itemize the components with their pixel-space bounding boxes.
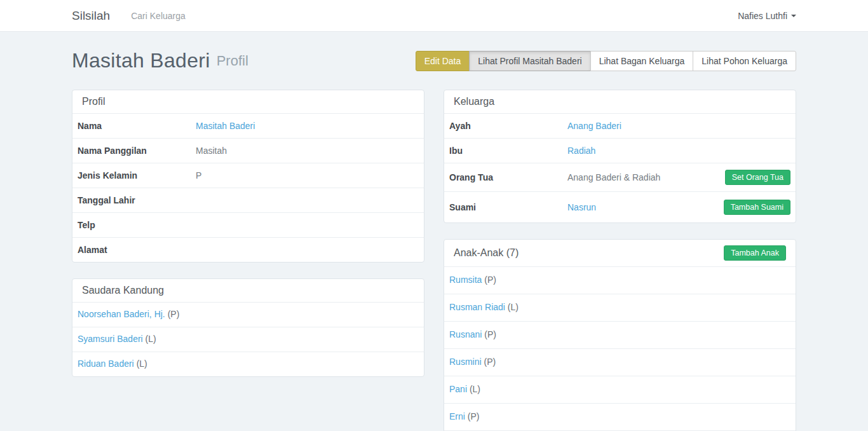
list-item: Noorsehan Baderi, Hj. (P) [72, 302, 424, 327]
keluarga-panel: Keluarga Ayah Anang Baderi Ibu Radiah Or… [444, 90, 796, 223]
child-link[interactable]: Rusmini [449, 357, 482, 367]
table-row: Telp [72, 212, 424, 237]
child-link[interactable]: Rusman Riadi [449, 302, 505, 312]
gender-label: (L) [137, 359, 147, 369]
row-label: Orang Tua [449, 172, 567, 182]
list-item: Erni (P) [444, 403, 796, 430]
table-row: Ayah Anang Baderi [444, 113, 796, 138]
lihat-bagan-button[interactable]: Lihat Bagan Keluarga [590, 51, 694, 71]
anak-anak-panel: Anak-Anak (7) Tambah Anak Rumsita (P) Ru… [444, 239, 796, 431]
gender-label: (P) [468, 411, 480, 421]
keluarga-panel-title: Keluarga [444, 90, 796, 113]
profil-panel: Profil Nama Masitah Baderi Nama Panggila… [72, 90, 424, 263]
child-link[interactable]: Rumsita [449, 275, 482, 285]
row-label: Suami [449, 202, 567, 212]
table-row: Orang Tua Anang Baderi & Radiah Set Oran… [444, 163, 796, 191]
gender-label: (P) [484, 275, 496, 285]
user-name: Nafies Luthfi [738, 11, 787, 21]
ibu-link[interactable]: Radiah [567, 146, 595, 156]
page-header: Masitah Baderi Profil Edit Data Lihat Pr… [72, 49, 796, 72]
sibling-link[interactable]: Riduan Baderi [78, 359, 134, 369]
gender-label: (P) [484, 357, 496, 367]
table-row: Suami Nasrun Tambah Suami [444, 191, 796, 222]
nama-link[interactable]: Masitah Baderi [196, 121, 255, 131]
gender-label: (L) [470, 384, 480, 394]
profile-action-group: Edit Data Lihat Profil Masitah Baderi Li… [416, 51, 796, 71]
list-item: Riduan Baderi (L) [72, 352, 424, 376]
nav-cari-keluarga[interactable]: Cari Keluarga [131, 11, 186, 21]
list-item: Rusnani (P) [444, 321, 796, 348]
user-dropdown[interactable]: Nafies Luthfi [738, 11, 796, 21]
row-value: Masitah [196, 146, 419, 156]
gender-label: (L) [508, 302, 519, 312]
suami-link[interactable]: Nasrun [567, 202, 596, 212]
profil-panel-title: Profil [72, 90, 424, 113]
list-item: Rusmini (P) [444, 348, 796, 376]
child-link[interactable]: Pani [449, 384, 467, 394]
gender-label: (P) [168, 309, 180, 319]
child-link[interactable]: Erni [449, 411, 465, 421]
table-row: Tanggal Lahir [72, 188, 424, 212]
row-label: Ayah [449, 121, 567, 131]
row-value: Anang Baderi & Radiah [567, 172, 719, 182]
sibling-link[interactable]: Syamsuri Baderi [78, 334, 143, 344]
child-link[interactable]: Rusnani [449, 329, 482, 339]
set-orang-tua-button[interactable]: Set Orang Tua [725, 170, 790, 185]
row-value: P [196, 170, 419, 181]
brand-silsilah[interactable]: Silsilah [72, 9, 110, 23]
tambah-anak-button[interactable]: Tambah Anak [724, 245, 786, 261]
row-label: Jenis Kelamin [78, 170, 196, 181]
top-navbar: Silsilah Cari Keluarga Nafies Luthfi [0, 0, 868, 32]
row-label: Nama [78, 121, 196, 131]
page-subtitle: Profil [217, 53, 248, 69]
saudara-kandung-panel: Saudara Kandung Noorsehan Baderi, Hj. (P… [72, 278, 424, 377]
table-row: Jenis Kelamin P [72, 163, 424, 188]
table-row: Nama Masitah Baderi [72, 113, 424, 138]
tambah-suami-button[interactable]: Tambah Suami [724, 200, 790, 215]
gender-label: (P) [484, 329, 496, 339]
row-label: Alamat [78, 245, 196, 255]
row-label: Telp [78, 220, 196, 230]
row-label: Ibu [449, 146, 567, 156]
list-item: Rumsita (P) [444, 266, 796, 294]
sibling-link[interactable]: Noorsehan Baderi, Hj. [78, 309, 165, 319]
gender-label: (L) [146, 334, 156, 344]
lihat-profil-button[interactable]: Lihat Profil Masitah Baderi [469, 51, 590, 71]
page-title: Masitah Baderi [72, 49, 210, 72]
list-item: Syamsuri Baderi (L) [72, 327, 424, 352]
table-row: Alamat [72, 237, 424, 262]
table-row: Ibu Radiah [444, 138, 796, 163]
ayah-link[interactable]: Anang Baderi [567, 121, 621, 131]
chevron-down-icon [791, 15, 796, 17]
row-label: Nama Panggilan [78, 146, 196, 156]
list-item: Pani (L) [444, 376, 796, 403]
anak-panel-title: Anak-Anak (7) [454, 247, 519, 259]
table-row: Nama Panggilan Masitah [72, 138, 424, 163]
lihat-pohon-button[interactable]: Lihat Pohon Keluarga [693, 51, 796, 71]
saudara-panel-title: Saudara Kandung [72, 279, 424, 302]
list-item: Rusman Riadi (L) [444, 294, 796, 321]
row-label: Tanggal Lahir [78, 195, 196, 205]
edit-data-button[interactable]: Edit Data [416, 51, 470, 71]
